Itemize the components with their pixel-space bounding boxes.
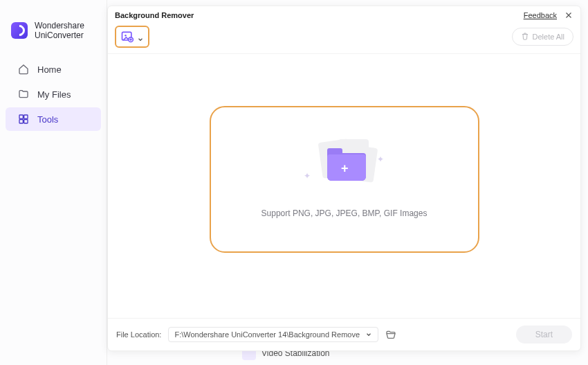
start-label: Start	[535, 330, 553, 339]
brand-logo-icon	[11, 22, 28, 39]
file-location-select[interactable]: F:\Wondershare UniConverter 14\Backgroun…	[168, 327, 378, 342]
brand: Wondershare UniConverter	[0, 21, 107, 57]
modal-footer: File Location: F:\Wondershare UniConvert…	[108, 318, 580, 350]
brand-text: Wondershare UniConverter	[35, 21, 84, 40]
add-files-button[interactable]	[115, 26, 149, 48]
trash-icon	[521, 32, 529, 42]
file-location-label: File Location:	[116, 330, 161, 339]
home-icon	[18, 64, 29, 75]
chevron-down-icon	[365, 331, 372, 338]
sparkle-icon: ✦	[377, 154, 384, 164]
background-remover-modal: Background Remover Feedback	[107, 6, 581, 351]
start-button[interactable]: Start	[516, 326, 572, 344]
add-image-icon	[120, 30, 134, 44]
drop-illustration: ✦ ✦ +	[306, 136, 383, 192]
plus-icon: +	[341, 161, 349, 175]
sidebar-item-my-files[interactable]: My Files	[6, 82, 101, 106]
svg-rect-1	[24, 115, 28, 118]
chevron-down-icon	[137, 33, 144, 40]
sidebar-item-label: Home	[37, 64, 62, 75]
folder-add-icon: +	[327, 153, 366, 181]
close-icon[interactable]	[564, 10, 573, 20]
svg-point-5	[125, 35, 127, 37]
modal-toolbar: Delete All	[108, 23, 580, 54]
feedback-link[interactable]: Feedback	[524, 11, 557, 19]
sidebar-item-tools[interactable]: Tools	[6, 107, 101, 131]
folder-icon	[18, 89, 29, 100]
sidebar-item-home[interactable]: Home	[6, 57, 101, 81]
brand-line2: UniConverter	[35, 30, 84, 40]
modal-header: Background Remover Feedback	[108, 6, 580, 23]
sidebar-item-label: Tools	[37, 114, 58, 125]
svg-rect-3	[24, 120, 28, 123]
brand-line1: Wondershare	[35, 21, 84, 30]
delete-all-button[interactable]: Delete All	[512, 28, 573, 46]
svg-rect-2	[19, 120, 23, 123]
open-folder-button[interactable]	[385, 329, 396, 340]
modal-title: Background Remover	[115, 11, 194, 19]
support-text: Support PNG, JPG, JPEG, BMP, GIF Images	[261, 208, 428, 218]
file-location-path: F:\Wondershare UniConverter 14\Backgroun…	[174, 330, 360, 339]
sidebar-item-label: My Files	[37, 89, 71, 100]
delete-all-label: Delete All	[533, 33, 564, 41]
svg-rect-0	[19, 115, 23, 118]
sparkle-icon: ✦	[304, 171, 311, 181]
drop-area[interactable]: ✦ ✦ + Support PNG, JPG, JPEG, BMP, GIF I…	[210, 106, 479, 253]
tools-icon	[18, 114, 29, 125]
sidebar: Wondershare UniConverter Home My Files T…	[0, 0, 107, 365]
drop-area-wrap: ✦ ✦ + Support PNG, JPG, JPEG, BMP, GIF I…	[108, 54, 580, 318]
